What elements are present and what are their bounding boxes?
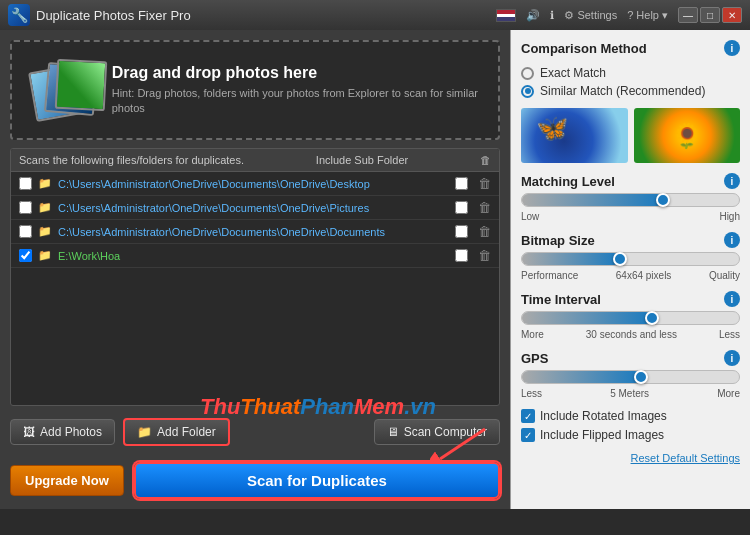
file-row: 📁 E:\Work\Hoa 🗑 bbox=[11, 244, 499, 268]
subfolder-checkbox-3[interactable] bbox=[455, 225, 468, 238]
app-title: Duplicate Photos Fixer Pro bbox=[36, 8, 191, 23]
file-path-2: C:\Users\Administrator\OneDrive\Document… bbox=[58, 202, 449, 214]
matching-level-info[interactable]: i bbox=[724, 173, 740, 189]
file-path-4: E:\Work\Hoa bbox=[58, 250, 449, 262]
gps-less-label: Less bbox=[521, 388, 542, 399]
maximize-button[interactable]: □ bbox=[700, 7, 720, 23]
gps-title: GPS bbox=[521, 351, 548, 366]
time-less-label: Less bbox=[719, 329, 740, 340]
help-menu[interactable]: ? Help ▾ bbox=[627, 9, 668, 22]
info-icon: ℹ bbox=[550, 9, 554, 22]
file-path-3: C:\Users\Administrator\OneDrive\Document… bbox=[58, 226, 449, 238]
titlebar: 🔧 Duplicate Photos Fixer Pro 🔊 ℹ ⚙ Setti… bbox=[0, 0, 750, 30]
delete-icon-2[interactable]: 🗑 bbox=[478, 200, 491, 215]
file-row: 📁 C:\Users\Administrator\OneDrive\Docume… bbox=[11, 220, 499, 244]
add-photos-button[interactable]: 🖼 Add Photos bbox=[10, 419, 115, 445]
time-interval-section: Time Interval i bbox=[521, 291, 740, 307]
photos-icon bbox=[32, 60, 96, 120]
add-folder-button[interactable]: 📁 Add Folder bbox=[123, 418, 230, 446]
clear-all-icon[interactable]: 🗑 bbox=[480, 154, 491, 166]
reset-defaults-link[interactable]: Reset Default Settings bbox=[521, 452, 740, 464]
time-center-label: 30 seconds and less bbox=[586, 329, 677, 340]
scan-computer-button[interactable]: 🖥 Scan Computer bbox=[374, 419, 500, 445]
butterfly-icon: 🦋 bbox=[536, 113, 568, 144]
folder-icon-2: 📁 bbox=[38, 201, 52, 214]
time-interval-slider[interactable] bbox=[521, 311, 740, 325]
gps-center-label: 5 Meters bbox=[610, 388, 649, 399]
matching-low-label: Low bbox=[521, 211, 539, 222]
subfolder-checkbox-1[interactable] bbox=[455, 177, 468, 190]
comparison-images: 🦋 🌻 bbox=[521, 108, 740, 163]
photo-icon: 🖼 bbox=[23, 425, 35, 439]
comparison-image-1: 🦋 bbox=[521, 108, 628, 163]
left-panel: Drag and drop photos here Hint: Drag pho… bbox=[0, 30, 510, 509]
app-icon: 🔧 bbox=[8, 4, 30, 26]
bitmap-size-section: Bitmap Size i bbox=[521, 232, 740, 248]
scan-duplicates-button[interactable]: Scan for Duplicates bbox=[134, 462, 500, 499]
subfolder-checkbox-4[interactable] bbox=[455, 249, 468, 262]
matching-level-section: Matching Level i bbox=[521, 173, 740, 189]
matching-high-label: High bbox=[719, 211, 740, 222]
drop-hint: Hint: Drag photos, folders with your pho… bbox=[112, 86, 478, 117]
folder-icon-3: 📁 bbox=[38, 225, 52, 238]
gps-slider[interactable] bbox=[521, 370, 740, 384]
comparison-info-icon[interactable]: i bbox=[724, 40, 740, 56]
bottom-buttons-row: 🖼 Add Photos 📁 Add Folder 🖥 Scan Compute… bbox=[10, 414, 500, 450]
matching-level-slider[interactable] bbox=[521, 193, 740, 207]
file-row: 📁 C:\Users\Administrator\OneDrive\Docume… bbox=[11, 172, 499, 196]
computer-icon: 🖥 bbox=[387, 425, 399, 439]
drop-heading: Drag and drop photos here bbox=[112, 64, 478, 82]
minimize-button[interactable]: — bbox=[678, 7, 698, 23]
settings-menu[interactable]: ⚙ Settings bbox=[564, 9, 617, 22]
comparison-method-title: Comparison Method bbox=[521, 41, 647, 56]
upgrade-button[interactable]: Upgrade Now bbox=[10, 465, 124, 496]
file-checkbox-3[interactable] bbox=[19, 225, 32, 238]
folder-icon-1: 📁 bbox=[38, 177, 52, 190]
time-interval-info[interactable]: i bbox=[724, 291, 740, 307]
time-interval-title: Time Interval bbox=[521, 292, 601, 307]
include-flipped-checkbox[interactable]: ✓ Include Flipped Images bbox=[521, 428, 740, 442]
similar-match-radio[interactable]: Similar Match (Recommended) bbox=[521, 84, 740, 98]
right-panel: Comparison Method i Exact Match Similar … bbox=[510, 30, 750, 509]
bitmap-size-info[interactable]: i bbox=[724, 232, 740, 248]
file-checkbox-1[interactable] bbox=[19, 177, 32, 190]
gps-info[interactable]: i bbox=[724, 350, 740, 366]
time-more-label: More bbox=[521, 329, 544, 340]
file-list: Scans the following files/folders for du… bbox=[10, 148, 500, 406]
file-checkbox-4[interactable] bbox=[19, 249, 32, 262]
delete-icon-4[interactable]: 🗑 bbox=[478, 248, 491, 263]
bitmap-quality-label: Quality bbox=[709, 270, 740, 281]
flipped-check: ✓ bbox=[521, 428, 535, 442]
bitmap-center-label: 64x64 pixels bbox=[616, 270, 672, 281]
gps-more-label: More bbox=[717, 388, 740, 399]
drop-zone[interactable]: Drag and drop photos here Hint: Drag pho… bbox=[10, 40, 500, 140]
action-bar: Upgrade Now Scan for Duplicates bbox=[10, 458, 500, 499]
speaker-icon: 🔊 bbox=[526, 9, 540, 22]
gps-section: GPS i bbox=[521, 350, 740, 366]
matching-level-title: Matching Level bbox=[521, 174, 615, 189]
comparison-method-section: Comparison Method i bbox=[521, 40, 740, 56]
file-path-1: C:\Users\Administrator\OneDrive\Document… bbox=[58, 178, 449, 190]
subfolder-header-label: Include Sub Folder bbox=[316, 154, 408, 166]
file-row: 📁 C:\Users\Administrator\OneDrive\Docume… bbox=[11, 196, 499, 220]
close-button[interactable]: ✕ bbox=[722, 7, 742, 23]
folder-add-icon: 📁 bbox=[137, 425, 152, 439]
flag-icon bbox=[496, 9, 516, 22]
file-list-header-text: Scans the following files/folders for du… bbox=[19, 154, 244, 166]
bitmap-size-slider[interactable] bbox=[521, 252, 740, 266]
delete-icon-3[interactable]: 🗑 bbox=[478, 224, 491, 239]
folder-icon-4: 📁 bbox=[38, 249, 52, 262]
include-rotated-checkbox[interactable]: ✓ Include Rotated Images bbox=[521, 409, 740, 423]
bitmap-performance-label: Performance bbox=[521, 270, 578, 281]
rotated-check: ✓ bbox=[521, 409, 535, 423]
exact-match-radio[interactable]: Exact Match bbox=[521, 66, 740, 80]
similar-match-dot bbox=[521, 85, 534, 98]
bitmap-size-title: Bitmap Size bbox=[521, 233, 595, 248]
comparison-image-2: 🌻 bbox=[634, 108, 741, 163]
exact-match-dot bbox=[521, 67, 534, 80]
delete-icon-1[interactable]: 🗑 bbox=[478, 176, 491, 191]
file-checkbox-2[interactable] bbox=[19, 201, 32, 214]
subfolder-checkbox-2[interactable] bbox=[455, 201, 468, 214]
radio-group: Exact Match Similar Match (Recommended) bbox=[521, 66, 740, 98]
